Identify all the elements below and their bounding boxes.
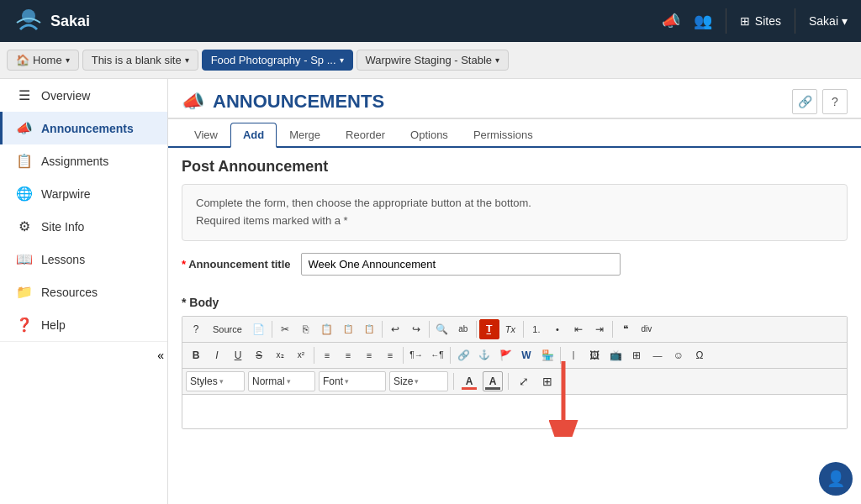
styles-dropdown[interactable]: Styles ▾ bbox=[186, 371, 245, 391]
strikethrough-btn[interactable]: S bbox=[249, 345, 269, 365]
paste-btn[interactable]: 📋 bbox=[317, 319, 337, 339]
media-btn[interactable]: 📺 bbox=[605, 345, 626, 365]
ol-btn[interactable]: 1. bbox=[526, 319, 547, 339]
format-highlight-btn[interactable]: T̲ bbox=[479, 319, 499, 339]
emoji-btn[interactable]: ☺ bbox=[668, 345, 689, 365]
italic-btn[interactable]: I bbox=[207, 345, 227, 365]
food-photography-caret: ▾ bbox=[340, 55, 344, 65]
sidebar-item-resources[interactable]: 📁 Resources bbox=[0, 276, 167, 308]
content-area: 📣 ANNOUNCEMENTS 🔗 ? View Add Merge Reord… bbox=[168, 79, 861, 504]
sakai-logo[interactable]: Sakai bbox=[13, 6, 90, 36]
help-button[interactable]: ? bbox=[822, 89, 848, 114]
user-menu-button[interactable]: Sakai ▾ bbox=[809, 14, 848, 28]
hline-btn[interactable]: — bbox=[647, 345, 668, 365]
undo-btn[interactable]: ↩ bbox=[385, 319, 405, 339]
decrease-indent-btn[interactable]: ⇤ bbox=[568, 319, 589, 339]
find-btn[interactable]: 🔍 bbox=[432, 319, 452, 339]
ltr-btn[interactable]: ¶→ bbox=[406, 345, 426, 365]
sidebar-item-site-info[interactable]: ⚙ Site Info bbox=[0, 210, 167, 243]
align-right-btn[interactable]: ≡ bbox=[359, 345, 379, 365]
section-title: 📣 ANNOUNCEMENTS bbox=[182, 91, 384, 113]
find-replace-btn[interactable]: ab bbox=[453, 319, 473, 339]
sep-6 bbox=[612, 321, 613, 338]
breadcrumb-warpwire[interactable]: Warpwire Staging - Stable ▾ bbox=[357, 50, 510, 71]
more-btn[interactable]: ⊞ bbox=[537, 371, 557, 391]
hr-btn[interactable]: | bbox=[563, 345, 584, 365]
rtl-btn[interactable]: ←¶ bbox=[427, 345, 447, 365]
special-char-btn[interactable]: Ω bbox=[689, 345, 710, 365]
bold-btn[interactable]: B bbox=[186, 345, 206, 365]
sidebar-collapse-button[interactable]: « bbox=[0, 341, 167, 369]
link-button[interactable]: 🔗 bbox=[792, 89, 817, 114]
breadcrumb-home[interactable]: 🏠 Home ▾ bbox=[7, 50, 79, 71]
link-btn[interactable]: 🔗 bbox=[453, 345, 473, 365]
bg-color-btn[interactable]: A bbox=[483, 371, 503, 391]
size-dropdown[interactable]: Size ▾ bbox=[389, 371, 448, 391]
align-left-btn[interactable]: ≡ bbox=[317, 345, 337, 365]
announcement-field-input bbox=[301, 253, 848, 276]
user-fab-button[interactable]: 👤 bbox=[819, 462, 853, 496]
redo-btn[interactable]: ↪ bbox=[406, 319, 426, 339]
sidebar-item-overview[interactable]: ☰ Overview bbox=[0, 79, 167, 112]
increase-indent-btn[interactable]: ⇥ bbox=[589, 319, 610, 339]
announcement-title-input[interactable] bbox=[301, 253, 621, 276]
caret-down-icon: ▾ bbox=[842, 14, 848, 28]
home-icon: 🏠 bbox=[16, 54, 29, 66]
font-color-btn[interactable]: A bbox=[459, 371, 479, 391]
tab-add[interactable]: Add bbox=[230, 123, 277, 148]
tabs-bar: View Add Merge Reorder Options Permissio… bbox=[168, 123, 861, 148]
sep-5 bbox=[523, 321, 524, 338]
top-nav: Sakai 📣 👥 ⊞ Sites Sakai ▾ bbox=[0, 0, 861, 42]
cut-btn[interactable]: ✂ bbox=[275, 319, 295, 339]
align-center-btn[interactable]: ≡ bbox=[338, 345, 358, 365]
subscript-btn[interactable]: x₂ bbox=[270, 345, 290, 365]
collapse-icon: « bbox=[157, 349, 164, 362]
sidebar-item-lessons[interactable]: 📖 Lessons bbox=[0, 243, 167, 276]
resources-label: Resources bbox=[41, 286, 98, 299]
warpwire-caret: ▾ bbox=[495, 55, 499, 65]
underline-btn[interactable]: U bbox=[228, 345, 248, 365]
sep-fmt bbox=[453, 373, 454, 390]
tab-permissions[interactable]: Permissions bbox=[461, 123, 546, 148]
copy-btn[interactable]: ⎘ bbox=[296, 319, 316, 339]
format-clear-btn[interactable]: Tx bbox=[500, 319, 520, 339]
help-label: Help bbox=[41, 318, 66, 332]
sidebar-item-announcements[interactable]: 📣 Announcements bbox=[0, 112, 167, 144]
announcements-title: ANNOUNCEMENTS bbox=[213, 91, 384, 113]
logo-text: Sakai bbox=[50, 13, 90, 30]
shopping-btn[interactable]: 🏪 bbox=[537, 345, 557, 365]
help-btn[interactable]: ? bbox=[186, 319, 206, 339]
megaphone-icon[interactable]: 📣 bbox=[662, 12, 680, 30]
tab-reorder[interactable]: Reorder bbox=[333, 123, 398, 148]
blank-site-caret: ▾ bbox=[185, 55, 189, 65]
paste-word-btn[interactable]: 📋 bbox=[359, 319, 379, 339]
doc-btn[interactable]: 📄 bbox=[249, 319, 269, 339]
editor-body[interactable] bbox=[182, 395, 847, 428]
superscript-btn[interactable]: x² bbox=[291, 345, 311, 365]
announcement-field-row: * Announcement title bbox=[182, 253, 848, 276]
flag-btn[interactable]: 🚩 bbox=[495, 345, 515, 365]
word-btn[interactable]: W bbox=[516, 345, 536, 365]
breadcrumb-food-photography[interactable]: Food Photography - Sp ... ▾ bbox=[202, 50, 353, 71]
sidebar-item-assignments[interactable]: 📋 Assignments bbox=[0, 144, 167, 177]
blockquote-btn[interactable]: ❝ bbox=[615, 319, 636, 339]
sidebar-item-warpwire[interactable]: 🌐 Warpwire bbox=[0, 177, 167, 210]
sidebar-item-help[interactable]: ❓ Help bbox=[0, 308, 167, 341]
align-justify-btn[interactable]: ≡ bbox=[380, 345, 400, 365]
tab-options[interactable]: Options bbox=[398, 123, 461, 148]
tab-merge[interactable]: Merge bbox=[277, 123, 333, 148]
users-icon[interactable]: 👥 bbox=[694, 12, 712, 30]
table-btn[interactable]: ⊞ bbox=[626, 345, 647, 365]
tab-view[interactable]: View bbox=[182, 123, 230, 148]
sites-button[interactable]: ⊞ Sites bbox=[740, 14, 781, 28]
breadcrumb-blank-site[interactable]: This is a blank site ▾ bbox=[82, 50, 198, 71]
image-btn[interactable]: 🖼 bbox=[584, 345, 605, 365]
source-btn[interactable]: Source bbox=[207, 319, 248, 339]
paste-text-btn[interactable]: 📋 bbox=[338, 319, 358, 339]
font-dropdown[interactable]: Font ▾ bbox=[319, 371, 386, 391]
format-dropdown[interactable]: Normal ▾ bbox=[248, 371, 315, 391]
ul-btn[interactable]: • bbox=[547, 319, 568, 339]
divider-btn[interactable]: div bbox=[637, 319, 657, 339]
expand-btn[interactable]: ⤢ bbox=[514, 371, 534, 391]
unlink-btn[interactable]: ⚓ bbox=[474, 345, 494, 365]
